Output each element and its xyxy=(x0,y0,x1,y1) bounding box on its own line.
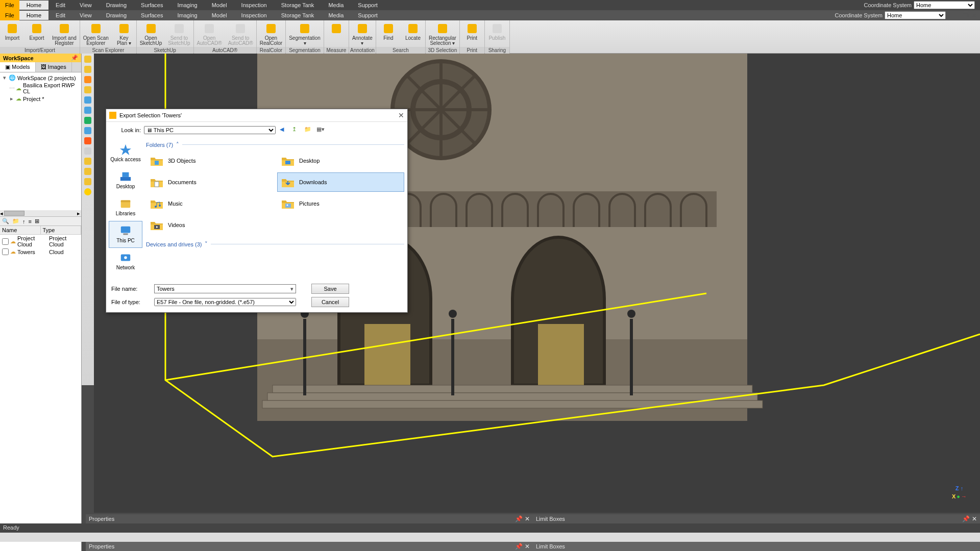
tab-models[interactable]: ▣ Models xyxy=(0,62,36,72)
menu-surfaces[interactable]: Surfaces xyxy=(134,1,170,10)
filename-input[interactable] xyxy=(155,285,288,293)
sidetool-5[interactable] xyxy=(84,96,91,104)
menu2-home[interactable]: Home xyxy=(19,11,48,20)
ribbon-import[interactable]: Import xyxy=(0,20,24,47)
dock-properties-2[interactable]: Properties 📌 ✕ xyxy=(86,542,533,551)
menu-file[interactable]: File xyxy=(0,0,19,10)
sidetool-14[interactable] xyxy=(84,188,91,195)
nav-back-icon[interactable]: ◀ xyxy=(280,126,288,134)
folder-downloads[interactable]: Downloads xyxy=(277,172,404,192)
filename-input-wrap[interactable]: ▾ xyxy=(154,284,296,293)
menu2-model[interactable]: Model xyxy=(205,11,234,20)
scroll-left-icon[interactable]: ◂ xyxy=(0,210,3,217)
menu-support[interactable]: Support xyxy=(351,1,385,10)
dock-limit-2[interactable]: Limit Boxes xyxy=(533,542,980,551)
ribbon-import-register[interactable]: Import andRegister xyxy=(49,20,80,47)
folder-pictures[interactable]: Pictures xyxy=(277,194,404,213)
scroll-thumb[interactable] xyxy=(4,211,24,216)
folder-3d-objects[interactable]: 3D Objects xyxy=(146,151,273,170)
folder-desktop[interactable]: Desktop xyxy=(277,151,404,170)
dock-close-icon[interactable]: ✕ xyxy=(525,543,530,550)
list-row[interactable]: ☁ Towers Cloud xyxy=(0,248,81,256)
folder-icon[interactable]: 📁 xyxy=(12,218,19,224)
menu-drawing[interactable]: Drawing xyxy=(99,1,134,10)
sidetool-7[interactable] xyxy=(84,117,91,124)
scroll-right-icon[interactable]: ▸ xyxy=(77,210,80,217)
sidetool-2[interactable] xyxy=(84,66,91,73)
workspace-list[interactable]: Name Type ☁ Project Cloud Project Cloud … xyxy=(0,226,81,551)
col-type[interactable]: Type xyxy=(41,226,82,234)
ribbon-open-sketchup[interactable]: OpenSketchUp xyxy=(137,20,165,47)
dock-properties[interactable]: Properties 📌 ✕ xyxy=(86,514,533,523)
sidetool-9[interactable] xyxy=(84,137,91,144)
menu-media[interactable]: Media xyxy=(321,1,351,10)
dock-pin-icon[interactable]: 📌 xyxy=(515,543,523,550)
ribbon-find[interactable]: Find xyxy=(376,20,401,47)
tree-expand-icon[interactable]: ▸ xyxy=(9,95,14,102)
dock-close-icon[interactable]: ✕ xyxy=(972,515,977,522)
folder-documents[interactable]: Documents xyxy=(146,172,273,192)
ribbon-rect-select[interactable]: RectangularSelection ▾ xyxy=(426,20,459,47)
coord-select-2[interactable]: Home xyxy=(885,11,946,19)
menu2-storage[interactable]: Storage Tank xyxy=(274,11,322,20)
menu2-drawing[interactable]: Drawing xyxy=(99,11,134,20)
sidetool-11[interactable] xyxy=(84,158,91,165)
lookin-select[interactable]: 🖥 This PC xyxy=(144,126,276,134)
dock-limit[interactable]: Limit Boxes 📌 ✕ xyxy=(533,514,980,523)
workspace-tree[interactable]: ▾ 🌐 WorkSpace (2 projects) ⋯ ☁ Basilica … xyxy=(0,72,81,210)
tree-node-0[interactable]: Basilica Export RWP CL xyxy=(23,82,79,94)
window-close-icon[interactable]: ✕ xyxy=(972,12,977,19)
nav-newfolder-icon[interactable]: 📁 xyxy=(304,126,312,134)
menu2-imaging[interactable]: Imaging xyxy=(170,11,204,20)
menu2-inspection[interactable]: Inspection xyxy=(234,11,274,20)
filetype-select[interactable]: E57 File - One file, non-gridded. (*.e57… xyxy=(154,298,296,306)
place-network[interactable]: Network xyxy=(109,248,142,275)
row-check[interactable] xyxy=(2,238,9,245)
menu2-edit[interactable]: Edit xyxy=(48,11,72,20)
save-button[interactable]: Save xyxy=(311,284,349,294)
list-mode-icon[interactable]: ≡ xyxy=(29,218,32,224)
tree-hscroll[interactable]: ◂ ▸ xyxy=(0,210,81,216)
row-check[interactable] xyxy=(2,248,9,255)
sidetool-10[interactable] xyxy=(84,147,91,155)
folders-header[interactable]: Folders (7) ˄ xyxy=(146,139,404,150)
sidetool-3[interactable] xyxy=(84,76,91,83)
place-this-pc[interactable]: This PC xyxy=(109,221,142,248)
menu2-support[interactable]: Support xyxy=(351,11,385,20)
ribbon-open-realcolor[interactable]: OpenRealColor xyxy=(257,20,285,47)
dialog-close-icon[interactable]: ✕ xyxy=(398,111,404,119)
sidetool-8[interactable] xyxy=(84,127,91,134)
dialog-titlebar[interactable]: Export Selection 'Towers' ✕ xyxy=(106,109,407,122)
expand-icon[interactable]: ˅ xyxy=(202,241,208,247)
nav-up-icon[interactable]: ↥ xyxy=(292,126,300,134)
file-browser[interactable]: Folders (7) ˄ 3D ObjectsDesktopDocuments… xyxy=(145,137,407,278)
sidetool-4[interactable] xyxy=(84,86,91,93)
collapse-icon[interactable]: ˄ xyxy=(173,141,179,148)
menu-view[interactable]: View xyxy=(72,1,99,10)
ribbon-open-scan-explorer[interactable]: Open ScanExplorer xyxy=(80,20,112,47)
tree-node-1[interactable]: Project * xyxy=(23,96,44,102)
tab-images[interactable]: 🖼 Images xyxy=(36,62,72,72)
ribbon-locate[interactable]: Locate xyxy=(401,20,425,47)
menu-edit[interactable]: Edit xyxy=(48,1,72,10)
pin-icon[interactable]: 📌 xyxy=(71,55,78,61)
menu2-file[interactable]: File xyxy=(0,10,19,20)
up-icon[interactable]: ↑ xyxy=(22,218,26,224)
dock-pin-icon[interactable]: 📌 xyxy=(515,515,523,522)
ribbon-measure[interactable] xyxy=(324,20,349,47)
sidetool-6[interactable] xyxy=(84,107,91,114)
coord-select-1[interactable]: Home xyxy=(914,1,975,9)
tree-collapse-icon[interactable]: ▾ xyxy=(2,74,7,81)
list-row[interactable]: ☁ Project Cloud Project Cloud xyxy=(0,235,81,248)
place-desktop[interactable]: Desktop xyxy=(109,167,142,194)
menu2-media[interactable]: Media xyxy=(321,11,351,20)
menu-model[interactable]: Model xyxy=(205,1,234,10)
sidetool-1[interactable] xyxy=(84,56,91,63)
ribbon-segmentation[interactable]: Segmentation▾ xyxy=(286,20,324,47)
cancel-button[interactable]: Cancel xyxy=(311,297,349,307)
folder-music[interactable]: Music xyxy=(146,194,273,213)
col-name[interactable]: Name xyxy=(0,226,41,234)
ribbon-annotate[interactable]: Annotate▾ xyxy=(349,20,376,47)
sidetool-13[interactable] xyxy=(84,178,91,185)
menu-imaging[interactable]: Imaging xyxy=(170,1,204,10)
